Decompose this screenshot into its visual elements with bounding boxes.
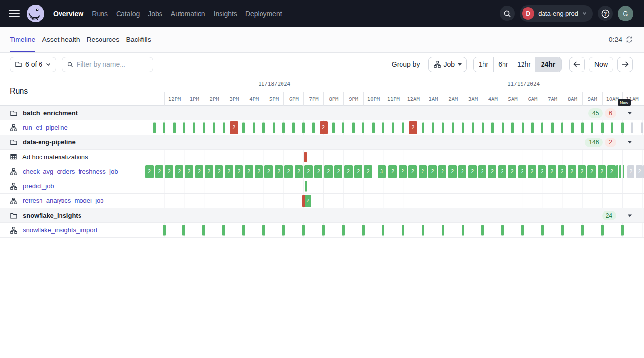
run-mark-success[interactable] [511,122,514,133]
run-mark-success[interactable] [292,122,295,133]
run-mark-success[interactable] [242,122,245,133]
timeline-now-button[interactable]: Now [589,57,613,72]
run-mark-success[interactable]: 2 [185,165,193,178]
run-mark-success[interactable]: 2 [458,165,466,178]
nav-item-jobs[interactable]: Jobs [148,10,162,18]
menu-icon[interactable] [9,8,20,20]
run-mark-success[interactable] [382,122,384,133]
run-mark-success[interactable]: 2 [478,165,486,178]
expand-caret-icon[interactable] [628,214,632,217]
run-mark-success[interactable] [223,122,225,133]
run-mark-success[interactable] [302,225,305,235]
run-mark-success[interactable] [312,122,315,133]
run-mark-success[interactable] [462,225,464,235]
run-mark-success[interactable] [202,225,205,235]
run-mark-success[interactable] [432,122,434,133]
run-mark-success[interactable] [182,225,185,235]
run-mark-success[interactable]: 2 [324,165,333,178]
run-mark-success[interactable] [561,225,564,235]
run-mark-success[interactable] [482,122,484,133]
run-mark-success[interactable]: 2 [314,165,322,178]
run-mark-success[interactable] [541,122,543,133]
run-mark-success[interactable] [442,225,444,235]
expand-caret-icon[interactable] [628,141,632,143]
run-mark-success[interactable] [163,122,165,133]
run-mark-success[interactable] [442,122,444,133]
run-mark-failure[interactable]: 2 [320,121,328,134]
nav-item-runs[interactable]: Runs [92,10,108,18]
run-mark-future[interactable] [631,122,633,133]
run-mark-success[interactable]: 2 [568,165,576,178]
run-mark-success[interactable]: 2 [245,165,253,178]
run-mark-success[interactable]: 2 [399,165,407,178]
run-mark-success[interactable]: 2 [518,165,526,178]
run-mark-success[interactable]: 2 [548,165,556,178]
expand-caret-icon[interactable] [628,112,632,114]
range-1hr[interactable]: 1hr [474,57,493,72]
run-mark-success[interactable]: 2 [587,165,596,178]
run-mark-success[interactable] [522,122,524,133]
run-mark-success[interactable] [521,225,524,235]
scope-filter-button[interactable]: 6 of 6 [10,57,56,72]
run-mark-success[interactable] [203,122,205,133]
avatar[interactable]: G [618,6,633,21]
run-mark-success[interactable] [561,122,564,133]
tab-timeline[interactable]: Timeline [10,27,35,52]
row-name[interactable]: run_etl_pipeline [23,124,68,131]
run-mark-success[interactable] [173,122,176,133]
run-mark-success[interactable]: 2 [225,165,233,178]
run-mark-success[interactable]: 3 [378,165,386,178]
run-mark-success[interactable] [541,225,544,235]
nav-item-deployment[interactable]: Deployment [245,10,282,18]
run-mark-success[interactable] [422,225,424,235]
run-mark-success[interactable] [472,122,474,133]
run-mark-success[interactable] [402,122,404,133]
run-mark-success[interactable] [282,225,285,235]
filter-by-name-input[interactable] [62,57,153,72]
run-mark-success[interactable]: 2 [468,165,477,178]
run-mark-success[interactable] [222,225,225,235]
run-mark-success[interactable] [322,225,325,235]
run-mark-success[interactable] [462,122,464,133]
help-icon[interactable]: ? [598,6,613,21]
run-mark-success[interactable] [501,225,504,235]
run-mark-success[interactable] [619,165,621,178]
failure-count-badge[interactable]: 2 [605,138,616,147]
run-mark-success[interactable]: 2 [388,165,397,178]
run-mark-success[interactable]: 2 [195,165,203,178]
deployment-switcher[interactable]: D data-eng-prod [520,5,593,22]
refresh-icon[interactable] [626,36,633,43]
run-mark-success[interactable] [342,122,344,133]
run-mark-success[interactable]: 2 [155,165,163,178]
run-mark-success[interactable]: 2 [275,165,283,178]
run-mark-success[interactable]: 2 [428,165,437,178]
run-mark-success[interactable] [502,122,504,133]
run-mark-success[interactable] [581,225,584,235]
tab-backfills[interactable]: Backfills [126,27,151,52]
run-mark-success[interactable]: 2 [295,165,303,178]
run-mark-success[interactable] [571,122,574,133]
row-name[interactable]: snowflake_insights_import [23,226,97,234]
run-mark-success[interactable] [262,225,265,235]
range-24hr[interactable]: 24hr [535,57,561,72]
run-mark-success[interactable] [601,225,604,235]
run-mark-success[interactable]: 2 [508,165,516,178]
run-mark-success[interactable]: 2 [284,165,293,178]
run-mark-success[interactable]: 2 [607,165,616,178]
range-12hr[interactable]: 12hr [513,57,535,72]
run-mark-success[interactable]: 2 [344,165,353,178]
run-mark-success[interactable]: 2 [165,165,173,178]
run-mark-success[interactable]: 2 [448,165,457,178]
run-mark-success[interactable] [342,225,345,235]
tab-resources[interactable]: Resources [86,27,119,52]
run-mark-success[interactable]: 2 [498,165,506,178]
run-mark-success[interactable]: 2 [528,165,536,178]
timeline-prev-button[interactable] [569,57,585,72]
run-mark-success[interactable] [452,122,454,133]
run-mark-success[interactable]: 2 [334,165,342,178]
run-mark-success[interactable]: 2 [578,165,586,178]
run-mark-success[interactable]: 2 [538,165,546,178]
tab-asset-health[interactable]: Asset health [42,27,80,52]
run-mark-success[interactable] [392,122,394,133]
success-count-badge[interactable]: 45 [588,108,603,118]
